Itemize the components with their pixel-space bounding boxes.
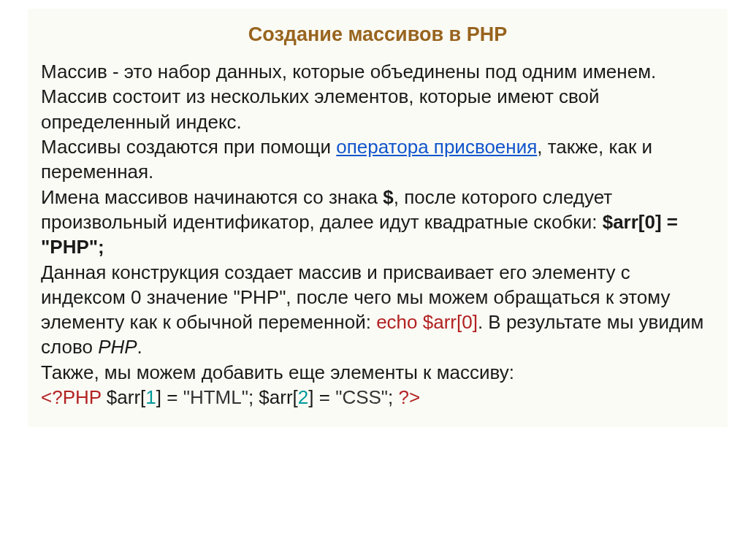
code-literal-css: "CSS" [335, 386, 388, 408]
php-open-tag: <?PHP [41, 386, 107, 408]
code-literal-html: "HTML" [183, 386, 248, 408]
paragraph-definition: Массив - это набор данных, которые объед… [41, 59, 714, 134]
code-sep1: ; [248, 386, 259, 408]
code-arr2-a: $arr[ [259, 386, 297, 408]
code-arr2-b: ] = [308, 386, 335, 408]
code-arr1-b: ] = [156, 386, 183, 408]
code-echo: echo $arr[0] [376, 311, 478, 333]
code-index-2: 2 [298, 386, 308, 408]
dollar-sign: $ [383, 186, 393, 208]
text-run: Также, мы можем добавить еще элементы к … [41, 361, 514, 383]
text-run: Массив - это набор данных, которые объед… [41, 61, 656, 133]
content-box: Создание массивов в PHP Массив - это наб… [28, 9, 728, 427]
page-title: Создание массивов в PHP [41, 23, 714, 46]
text-run: . [137, 336, 142, 358]
text-run: Массивы создаются при помощи [41, 136, 336, 158]
code-sep2: ; [388, 386, 398, 408]
code-line: <?PHP $arr[1] = "HTML"; $arr[2] = "CSS";… [41, 385, 714, 410]
code-arr1-a: $arr[ [107, 386, 145, 408]
document-page: Создание массивов в PHP Массив - это наб… [0, 9, 748, 560]
paragraph-explain: Данная конструкция создает массив и прис… [41, 260, 714, 360]
code-index-1: 1 [145, 386, 156, 408]
assignment-operator-link[interactable]: оператора присвоения [336, 136, 537, 158]
php-close-tag: ?> [399, 386, 421, 408]
italic-php: PHP [98, 336, 137, 358]
paragraph-add: Также, мы можем добавить еще элементы к … [41, 360, 714, 385]
paragraph-naming: Имена массивов начинаются со знака $, по… [41, 185, 714, 260]
text-run: Имена массивов начинаются со знака [41, 186, 383, 208]
body-text: Массив - это набор данных, которые объед… [41, 59, 714, 410]
paragraph-creation: Массивы создаются при помощи оператора п… [41, 134, 714, 185]
